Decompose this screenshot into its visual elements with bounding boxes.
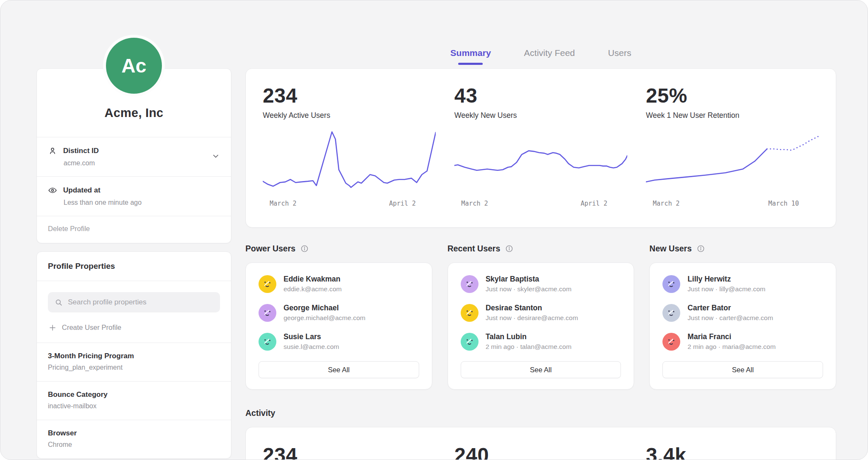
doodle-face-icon: [261, 278, 274, 290]
user-avatar: [662, 304, 680, 322]
see-all-button[interactable]: See All: [662, 361, 823, 378]
distinct-id-row: Distinct ID acme.com: [37, 137, 231, 176]
doodle-face-icon: [665, 335, 678, 348]
info-button[interactable]: [697, 245, 705, 253]
user-meta: Just now · lilly@acme.com: [687, 285, 765, 293]
doodle-face-icon: [665, 278, 678, 290]
user-list-item[interactable]: Eddie Kwakman eddie.k@acme.com: [259, 275, 419, 293]
see-all-button[interactable]: See All: [259, 361, 419, 378]
x-axis-tick: March 2: [270, 200, 296, 207]
info-button[interactable]: [300, 245, 309, 253]
activity-section: Activity 234 240 3.4k: [245, 408, 836, 460]
user-meta: 2 min ago · maria@acme.com: [687, 343, 776, 351]
delete-profile-button[interactable]: Delete Profile: [37, 216, 231, 243]
weekly-active-users-chart: [263, 130, 436, 195]
stat-label: Weekly Active Users: [263, 111, 436, 120]
info-icon: [505, 245, 513, 253]
user-list-item[interactable]: George Michael george.michael@acme.com: [259, 304, 419, 322]
distinct-id-expand-button[interactable]: [211, 152, 220, 162]
user-name: Maria Franci: [687, 332, 776, 341]
updated-at-label: Updated at: [63, 186, 100, 195]
eye-icon: [48, 186, 57, 195]
x-axis-tick: March 2: [461, 200, 488, 207]
profile-properties-card: Profile Properties Create User Profile 3…: [36, 251, 231, 459]
user-meta: susie.l@acme.com: [284, 343, 339, 351]
user-meta: Just now · carter@acme.com: [687, 314, 773, 322]
profile-properties-search[interactable]: [48, 292, 220, 312]
weekly-active-users-panel: 234 Weekly Active Users March 2 April 2: [263, 84, 436, 216]
see-all-button[interactable]: See All: [461, 361, 621, 378]
person-icon: [48, 146, 57, 156]
section-title: Recent Users: [448, 244, 501, 254]
user-avatar: [461, 333, 479, 351]
user-list-item[interactable]: Lilly Herwitz Just now · lilly@acme.com: [662, 275, 823, 293]
user-meta: george.michael@acme.com: [284, 314, 365, 322]
x-axis: March 2 March 10: [646, 200, 819, 207]
profile-summary-card: Acme, Inc Distinct ID acme.com: [36, 68, 231, 243]
user-list-item[interactable]: Skylar Baptista Just now · skyler@acme.c…: [461, 275, 621, 293]
user-list-item[interactable]: Talan Lubin 2 min ago · talan@acme.com: [461, 332, 621, 351]
x-axis-tick: April 2: [389, 200, 416, 207]
property-name: Bounce Category: [48, 390, 220, 399]
weekly-new-users-chart: [454, 130, 627, 195]
tab-bar: Summary Activity Feed Users: [245, 0, 836, 65]
user-name: Eddie Kwakman: [284, 275, 342, 284]
activity-stat-value: 3.4k: [646, 443, 819, 460]
doodle-face-icon: [463, 278, 476, 290]
distinct-id-label: Distinct ID: [63, 147, 99, 155]
user-list-item[interactable]: Maria Franci 2 min ago · maria@acme.com: [662, 332, 823, 351]
user-avatar: [461, 304, 479, 322]
info-icon: [300, 245, 309, 253]
create-user-profile-button[interactable]: Create User Profile: [49, 323, 121, 332]
search-input[interactable]: [68, 298, 213, 307]
property-row[interactable]: Bounce Category inactive-mailbox: [37, 381, 231, 420]
company-avatar-initials: Ac: [122, 54, 147, 77]
user-name: Skylar Baptista: [486, 275, 572, 284]
stats-charts-card: 234 Weekly Active Users March 2 April 2 …: [245, 68, 836, 228]
user-name: Talan Lubin: [486, 332, 572, 341]
tab-summary[interactable]: Summary: [451, 48, 491, 65]
user-name: George Michael: [284, 304, 365, 312]
user-meta: Just now · desirare@acme.com: [486, 314, 578, 322]
user-avatar: [662, 333, 680, 351]
user-name: Desirae Stanton: [486, 304, 578, 312]
plus-icon: [49, 324, 56, 332]
property-row[interactable]: Browser Chrome: [37, 420, 231, 458]
tab-activity-feed[interactable]: Activity Feed: [524, 48, 575, 65]
doodle-face-icon: [665, 307, 678, 319]
user-avatar: [259, 275, 276, 293]
stat-label: Week 1 New User Retention: [646, 111, 819, 120]
profile-properties-title: Profile Properties: [37, 252, 231, 281]
user-list-item[interactable]: Susie Lars susie.l@acme.com: [259, 332, 419, 351]
company-avatar: Ac: [106, 38, 162, 94]
user-meta: Just now · skyler@acme.com: [486, 285, 572, 293]
user-name: Carter Bator: [687, 304, 773, 312]
section-title: New Users: [649, 244, 692, 254]
activity-title: Activity: [245, 408, 836, 418]
stat-value: 25%: [646, 84, 819, 107]
tab-users[interactable]: Users: [608, 48, 632, 65]
user-meta: 2 min ago · talan@acme.com: [486, 343, 572, 351]
user-list-item[interactable]: Carter Bator Just now · carter@acme.com: [662, 304, 823, 322]
doodle-face-icon: [261, 307, 274, 319]
x-axis: March 2 April 2: [263, 200, 436, 207]
doodle-face-icon: [463, 307, 476, 319]
chevron-down-icon: [211, 152, 220, 161]
activity-stat-value: 240: [454, 443, 627, 460]
property-value: inactive-mailbox: [48, 402, 220, 410]
user-list-card: Lilly Herwitz Just now · lilly@acme.com …: [649, 262, 836, 390]
section-title: Power Users: [245, 244, 295, 254]
info-icon: [697, 245, 705, 253]
distinct-id-value: acme.com: [64, 159, 220, 167]
main-content: Summary Activity Feed Users 234 Weekly A…: [245, 0, 836, 460]
retention-panel: 25% Week 1 New User Retention March 2 Ma…: [646, 84, 819, 216]
user-avatar: [259, 304, 276, 322]
property-value: Pricing_plan_experiment: [48, 364, 220, 371]
property-row[interactable]: 3-Month Pricing Program Pricing_plan_exp…: [37, 343, 231, 381]
user-avatar: [259, 333, 276, 351]
info-button[interactable]: [505, 245, 513, 253]
property-name: 3-Month Pricing Program: [48, 352, 220, 360]
x-axis: March 2 April 2: [454, 200, 627, 207]
user-list-item[interactable]: Desirae Stanton Just now · desirare@acme…: [461, 304, 621, 322]
activity-stats-card: 234 240 3.4k: [245, 427, 836, 460]
